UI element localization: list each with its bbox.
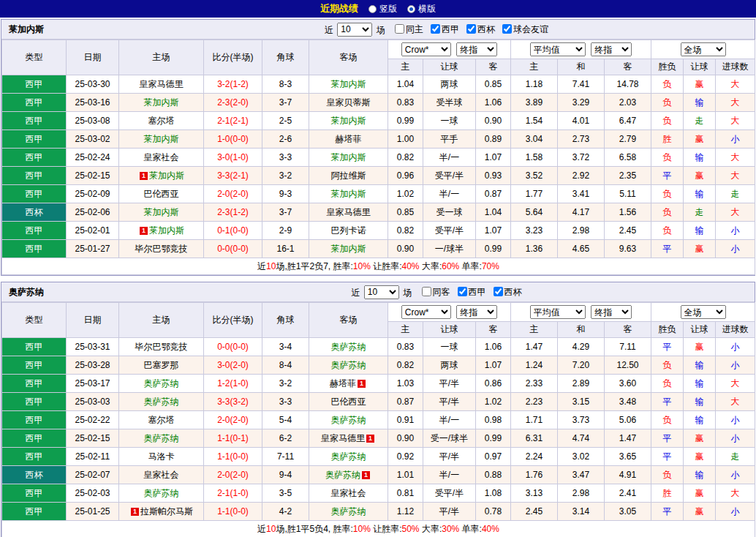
checkbox-input[interactable] [431, 24, 440, 34]
team-name: 莱加内斯 [331, 244, 366, 254]
filter-checkbox-2[interactable]: 西杯 [466, 24, 495, 34]
checkbox-input[interactable] [466, 24, 476, 34]
home-team-cell: 奥萨苏纳 [119, 393, 204, 411]
result-cell: 负 [651, 149, 684, 167]
match-row: 西甲25-03-31毕尔巴鄂竞技0-0(0-0)3-4奥萨苏纳0.83一球1.0… [2, 338, 755, 356]
score-cell: 0-0(0-0) [204, 338, 262, 356]
goals-result-cell: 大 [716, 75, 755, 94]
score-cell: 1-1(0-0) [204, 503, 262, 521]
team-name: 莱加内斯 [331, 79, 366, 89]
avg-home-cell: 3.13 [511, 484, 558, 503]
col-header-avg-draw: 和 [558, 322, 605, 338]
filter-checkbox-1[interactable]: 西甲 [458, 287, 486, 297]
avg-away-cell: 5.06 [605, 411, 651, 429]
handicap-result-cell: 输 [684, 185, 716, 203]
home-team-cell: 皇家马德里 [119, 75, 204, 94]
checkbox-input[interactable] [502, 24, 512, 34]
odds-away-cell: 1.06 [476, 338, 511, 356]
match-row: 西甲25-02-011莱加内斯0-1(0-0)2-9巴列卡诺0.82受平/半1.… [2, 222, 755, 240]
odds-time-select[interactable]: 终指 [456, 42, 497, 56]
team-name: 巴列卡诺 [331, 225, 366, 236]
date-cell: 25-02-03 [67, 484, 119, 503]
filter-checkbox-3[interactable]: 球会友谊 [502, 24, 548, 34]
match-row: 西杯25-02-07皇家社会2-0(2-0)9-4奥萨苏纳11.01半/一0.8… [2, 466, 755, 484]
goals-result-cell: 小 [716, 429, 755, 448]
avg-type-select[interactable]: 平均值 [530, 305, 586, 319]
handicap-result-cell: 输 [684, 356, 716, 375]
avg-away-cell: 5.11 [605, 185, 651, 203]
scope-select[interactable]: 全场 [681, 305, 726, 319]
team-name: 奥萨苏纳 [144, 433, 179, 443]
team-name: 阿拉维斯 [331, 170, 366, 181]
odds-home-cell: 1.12 [388, 503, 423, 521]
home-team-cell: 莱加内斯 [119, 203, 204, 222]
odds-home-cell: 0.83 [388, 338, 423, 356]
match-count-select[interactable]: 10 [337, 23, 372, 37]
league-cell: 西甲 [2, 375, 67, 393]
odds-time-select[interactable]: 终指 [456, 305, 497, 319]
red-card-badge: 1 [358, 380, 366, 388]
handicap-result-cell: 输 [684, 466, 716, 484]
filter-checkbox-1[interactable]: 西甲 [431, 24, 459, 34]
handicap-cell: 平/半 [423, 503, 476, 521]
avg-time-select[interactable]: 终指 [591, 42, 632, 56]
checkbox-input[interactable] [395, 24, 404, 34]
filter-checkbox-2[interactable]: 西杯 [494, 287, 522, 297]
team-name: 莱加内斯 [331, 189, 366, 199]
odds-home-cell: 0.99 [388, 112, 423, 130]
avg-home-cell: 2.23 [511, 393, 558, 411]
avg-time-select[interactable]: 终指 [591, 305, 632, 319]
checkbox-input[interactable] [458, 287, 467, 296]
radio-unselected-icon[interactable] [368, 5, 377, 13]
sections-container: 莱加内斯 近 10 场 同主西甲西杯球会友谊 类型 日期 [0, 18, 756, 537]
col-header-odds-handicap: 让球 [423, 322, 476, 338]
handicap-result-cell: 输 [684, 222, 716, 240]
league-cell: 西甲 [2, 338, 67, 356]
radio-selected-icon[interactable] [407, 5, 415, 13]
away-team-cell: 奥萨苏纳 [309, 356, 388, 375]
date-cell: 25-02-11 [67, 448, 119, 466]
scope-select[interactable]: 全场 [681, 42, 726, 56]
corners-cell: 3-4 [262, 338, 309, 356]
layout-radio-vertical[interactable]: 竖版 [368, 3, 397, 15]
avg-draw-cell: 2.98 [558, 222, 605, 240]
odds-source-select[interactable]: Crow* [401, 305, 451, 319]
avg-home-cell: 2.45 [511, 503, 558, 521]
score-cell: 2-1(1-0) [204, 484, 262, 503]
match-count-select[interactable]: 10 [364, 285, 399, 299]
avg-home-cell: 3.23 [511, 222, 558, 240]
team-name: 莱加内斯 [144, 134, 179, 144]
team-name: 毕尔巴鄂竞技 [135, 342, 188, 352]
layout-radio-horizontal[interactable]: 横版 [407, 3, 436, 15]
date-cell: 25-02-24 [67, 149, 119, 167]
score-cell: 3-2(1-2) [204, 75, 262, 94]
odds-away-cell: 0.86 [476, 375, 511, 393]
col-header-home: 主场 [119, 40, 204, 75]
score-cell: 2-0(2-0) [204, 411, 262, 429]
radio-label-horizontal: 横版 [418, 3, 436, 15]
odds-source-select[interactable]: Crow* [401, 42, 451, 56]
match-row: 西甲25-02-09巴伦西亚2-0(2-0)9-3莱加内斯1.02半/一0.87… [2, 185, 755, 203]
handicap-result-cell: 输 [684, 375, 716, 393]
checkbox-input[interactable] [422, 287, 431, 296]
odds-home-cell: 1.01 [388, 466, 423, 484]
filter-checkbox-0[interactable]: 同客 [422, 287, 450, 297]
date-cell: 25-02-15 [67, 167, 119, 185]
score-cell: 2-3(2-0) [204, 94, 262, 112]
summary-segment: 70% [482, 261, 499, 271]
date-cell: 25-03-03 [67, 393, 119, 411]
filter-checkbox-0[interactable]: 同主 [395, 24, 423, 34]
result-cell: 平 [651, 167, 684, 185]
odds-home-cell: 0.92 [388, 448, 423, 466]
avg-away-cell: 2.45 [605, 222, 651, 240]
checkbox-input[interactable] [494, 287, 503, 296]
home-team-cell: 马洛卡 [119, 448, 204, 466]
match-row: 西甲25-03-17奥萨苏纳1-2(1-0)3-2赫塔菲11.03平/半0.86… [2, 375, 755, 393]
odds-home-cell: 0.91 [388, 411, 423, 429]
avg-away-cell: 2.41 [605, 484, 651, 503]
col-header-avg-away: 客 [605, 59, 651, 75]
match-row: 西甲25-03-28巴塞罗那3-0(2-0)8-4奥萨苏纳0.82两球1.071… [2, 356, 755, 375]
avg-type-select[interactable]: 平均值 [530, 42, 586, 56]
handicap-result-cell: 赢 [684, 338, 716, 356]
handicap-result-cell: 输 [684, 411, 716, 429]
